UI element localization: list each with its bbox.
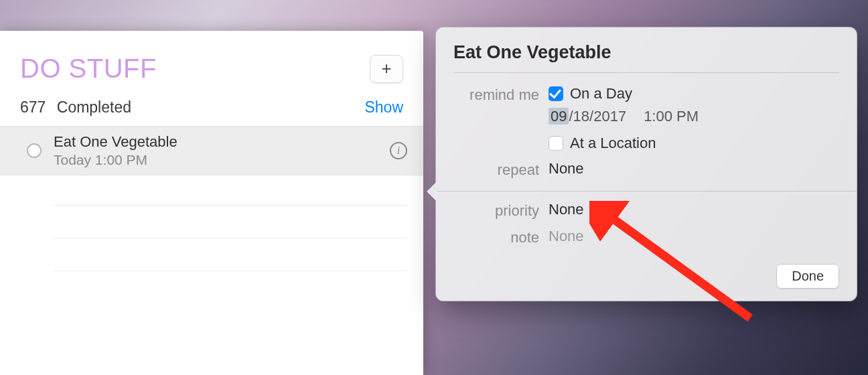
add-reminder-button[interactable]: + xyxy=(370,55,403,83)
list-rule xyxy=(54,271,407,271)
completed-count: 677 xyxy=(20,98,46,116)
reminder-title: Eat One Vegetable xyxy=(54,133,390,151)
show-completed-link[interactable]: Show xyxy=(364,98,403,117)
complete-radio[interactable] xyxy=(27,143,42,158)
completed-row: 677 Completed Show xyxy=(0,86,423,126)
time-field[interactable]: 1:00 PM xyxy=(644,108,699,125)
on-a-day-label: On a Day xyxy=(570,85,632,102)
completed-summary: 677 Completed xyxy=(20,98,131,117)
at-a-location-checkbox[interactable] xyxy=(549,136,563,151)
repeat-value[interactable]: None xyxy=(549,160,839,179)
on-a-day-checkbox[interactable] xyxy=(549,86,563,101)
info-button[interactable]: i xyxy=(390,142,407,159)
datetime-row[interactable]: 09/18/2017 1:00 PM xyxy=(549,108,839,125)
reminder-row[interactable]: Eat One Vegetable Today 1:00 PM i xyxy=(0,126,423,175)
plus-icon: + xyxy=(381,58,391,79)
repeat-label: repeat xyxy=(453,160,539,179)
date-rest[interactable]: /18/2017 xyxy=(569,108,626,125)
popover-divider xyxy=(436,191,857,192)
completed-label: Completed xyxy=(57,98,131,116)
reminder-text: Eat One Vegetable Today 1:00 PM xyxy=(54,133,390,168)
priority-label: priority xyxy=(453,201,539,220)
reminders-list-panel: DO STUFF + 677 Completed Show Eat One Ve… xyxy=(0,31,423,375)
reminder-details-popover: Eat One Vegetable remind me On a Day 09/… xyxy=(435,27,857,301)
on-a-day-row[interactable]: On a Day xyxy=(549,85,839,102)
remind-me-options: On a Day 09/18/2017 1:00 PM At a Locatio… xyxy=(549,85,839,152)
done-button[interactable]: Done xyxy=(776,264,839,289)
at-a-location-row[interactable]: At a Location xyxy=(549,135,839,152)
list-title: DO STUFF xyxy=(20,54,157,84)
info-icon: i xyxy=(397,145,400,157)
at-a-location-label: At a Location xyxy=(570,135,656,152)
date-field[interactable]: 09/18/2017 xyxy=(549,108,626,125)
note-field[interactable]: None xyxy=(549,228,839,246)
priority-value[interactable]: None xyxy=(549,201,839,220)
note-label: note xyxy=(453,228,539,246)
list-header: DO STUFF + xyxy=(0,31,423,86)
popover-title[interactable]: Eat One Vegetable xyxy=(453,42,839,73)
remind-me-label: remind me xyxy=(453,85,539,152)
reminder-subtitle: Today 1:00 PM xyxy=(54,152,390,168)
date-month-selected[interactable]: 09 xyxy=(549,108,569,125)
